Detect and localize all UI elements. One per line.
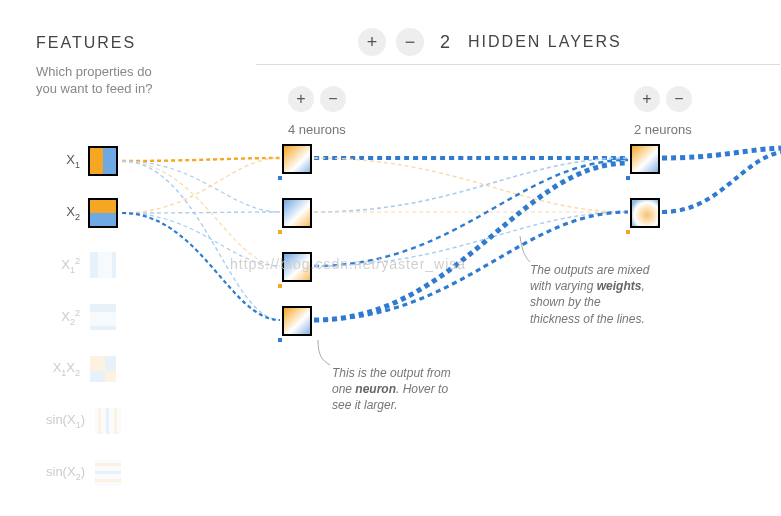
layer-2-neuron-1[interactable] xyxy=(630,144,660,174)
layer-1-control: + − xyxy=(288,86,346,112)
bias-tick xyxy=(278,284,282,288)
feature-label: X12 xyxy=(46,256,80,275)
svg-rect-26 xyxy=(632,146,658,172)
svg-rect-13 xyxy=(98,408,101,434)
svg-rect-8 xyxy=(90,356,105,371)
layer-1-neuron-2[interactable] xyxy=(282,198,312,228)
hidden-layer-count: 2 xyxy=(440,32,452,53)
feature-x2-sq[interactable]: X22 xyxy=(46,302,118,332)
feature-thumb xyxy=(88,250,118,280)
remove-hidden-layer-button[interactable]: − xyxy=(396,28,424,56)
weights-annotation: The outputs are mixed with varying weigh… xyxy=(530,262,650,327)
feature-x1-sq[interactable]: X12 xyxy=(46,250,118,280)
bias-tick xyxy=(278,338,282,342)
hidden-layers-control: + − 2 HIDDEN LAYERS xyxy=(358,28,622,56)
layer-2-neuron-2[interactable] xyxy=(630,198,660,228)
svg-rect-19 xyxy=(95,471,121,474)
layer-2-control: + − xyxy=(634,86,692,112)
feature-label: sin(X2) xyxy=(46,464,85,482)
feature-thumb xyxy=(88,302,118,332)
layer-1-neuron-count: 4 neurons xyxy=(288,122,346,137)
watermark: https://blog.csdn.net/yaster_wisa xyxy=(230,256,466,272)
svg-rect-2 xyxy=(90,200,116,213)
svg-rect-1 xyxy=(103,148,116,174)
add-hidden-layer-button[interactable]: + xyxy=(358,28,386,56)
bias-tick xyxy=(278,230,282,234)
svg-rect-3 xyxy=(90,213,116,226)
layer-1-neuron-4[interactable] xyxy=(282,306,312,336)
layer-2-neuron-count: 2 neurons xyxy=(634,122,692,137)
svg-rect-14 xyxy=(106,408,109,434)
svg-rect-5 xyxy=(98,252,112,278)
feature-thumb xyxy=(88,198,118,228)
feature-label: X2 xyxy=(46,204,80,222)
neuron-output-annotation: This is the output from one neuron. Hove… xyxy=(332,365,462,414)
layer-1-add-neuron-button[interactable]: + xyxy=(288,86,314,112)
hidden-layers-label: HIDDEN LAYERS xyxy=(468,33,622,51)
feature-x2[interactable]: X2 xyxy=(46,198,118,228)
layer-1-remove-neuron-button[interactable]: − xyxy=(320,86,346,112)
svg-rect-25 xyxy=(284,308,310,334)
feature-sinx1[interactable]: sin(X1) xyxy=(46,406,123,436)
layer-2-remove-neuron-button[interactable]: − xyxy=(666,86,692,112)
bias-tick xyxy=(626,230,630,234)
divider xyxy=(256,64,780,65)
layer-1-neuron-1[interactable] xyxy=(282,144,312,174)
svg-rect-11 xyxy=(90,371,105,382)
feature-label: X22 xyxy=(46,308,80,327)
feature-label: sin(X1) xyxy=(46,412,85,430)
layer-2-add-neuron-button[interactable]: + xyxy=(634,86,660,112)
svg-rect-22 xyxy=(284,146,310,172)
svg-rect-15 xyxy=(114,408,117,434)
svg-rect-7 xyxy=(90,312,116,326)
features-subtitle: Which properties do you want to feed in? xyxy=(36,64,176,98)
svg-rect-9 xyxy=(105,371,116,382)
bias-tick xyxy=(278,176,282,180)
svg-rect-23 xyxy=(284,200,310,226)
features-title: FEATURES xyxy=(36,34,136,52)
feature-thumb xyxy=(93,406,123,436)
svg-rect-20 xyxy=(95,479,121,482)
feature-label: X1X2 xyxy=(46,360,80,378)
svg-rect-10 xyxy=(105,356,116,371)
feature-label: X1 xyxy=(46,152,80,170)
bias-tick xyxy=(626,176,630,180)
feature-sinx2[interactable]: sin(X2) xyxy=(46,458,123,488)
feature-x1x2[interactable]: X1X2 xyxy=(46,354,118,384)
svg-rect-0 xyxy=(90,148,103,174)
feature-thumb xyxy=(88,146,118,176)
feature-x1[interactable]: X1 xyxy=(46,146,118,176)
feature-thumb xyxy=(93,458,123,488)
svg-rect-27 xyxy=(632,200,658,226)
svg-rect-18 xyxy=(95,463,121,466)
feature-thumb xyxy=(88,354,118,384)
